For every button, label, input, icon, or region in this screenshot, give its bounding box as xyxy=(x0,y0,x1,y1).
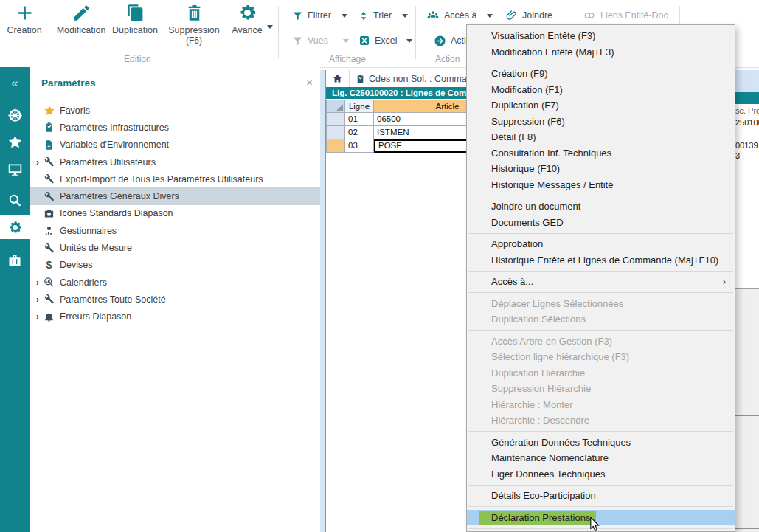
menu-item-hierarchie-monter: Hiérarchie : Monter xyxy=(467,397,735,413)
tree-item-erreurs-diapason[interactable]: › Erreurs Diapason xyxy=(30,308,320,325)
liens-entite-doc-label: Liens Entité-Doc xyxy=(600,10,668,21)
dollar-icon: $ xyxy=(43,259,55,272)
modification-label: Modification xyxy=(52,25,110,35)
rail-favorites-item[interactable] xyxy=(0,129,30,154)
excel-button[interactable]: Excel xyxy=(358,32,412,49)
toolbar-divider xyxy=(415,6,416,59)
menu-item-duplication[interactable]: Duplication (F7) xyxy=(467,97,735,114)
wrench-icon xyxy=(43,173,55,185)
ligne-cell[interactable]: 02 xyxy=(345,126,374,139)
pane-splitter[interactable] xyxy=(320,70,325,532)
collapse-panel-button[interactable]: « xyxy=(0,76,30,91)
menu-item-suppression[interactable]: Suppression (F6) xyxy=(467,114,735,130)
menu-item-hierarchie-descendre: Hiérarchie : Descendre xyxy=(467,412,735,429)
org-chart-icon xyxy=(426,10,440,21)
edition-group-label: Edition xyxy=(124,54,151,64)
wrench-icon xyxy=(43,156,55,168)
menu-item-modification[interactable]: Modification (F1) xyxy=(467,82,735,98)
menu-item-approbation[interactable]: Approbation xyxy=(467,236,735,252)
suppression-button[interactable]: Suppression (F6) xyxy=(165,3,223,46)
menu-separator xyxy=(467,429,735,435)
star-icon xyxy=(7,134,23,150)
joindre-button[interactable]: Joindre xyxy=(506,7,552,24)
tree-item-devises[interactable]: $ Devises xyxy=(30,257,320,274)
tab-label: Cdes non Sol. : Comma xyxy=(369,74,467,84)
monitor-icon xyxy=(7,162,23,177)
trier-caret[interactable] xyxy=(402,14,408,18)
menu-item-figer-donnees-techniques[interactable]: Figer Données Techniques xyxy=(467,466,735,483)
acces-a-button[interactable]: Accès à xyxy=(426,7,493,24)
acces-a-caret[interactable] xyxy=(487,14,493,18)
trier-label: Trier xyxy=(373,10,392,21)
tab-cdes-non-sol[interactable]: Cdes non Sol. : Comma xyxy=(350,70,473,87)
tree-item-parametres-utilisateurs[interactable]: › Paramètres Utilisateurs xyxy=(30,153,320,170)
copy-icon xyxy=(125,3,145,23)
menu-item-consultation-inf-techniques[interactable]: Consultation Inf. Techniques xyxy=(467,145,735,162)
duplication-button[interactable]: Duplication xyxy=(106,3,164,35)
home-icon xyxy=(332,73,343,84)
gear-icon xyxy=(7,220,23,235)
ligne-cell[interactable]: 03 xyxy=(345,139,374,153)
row-selector[interactable] xyxy=(326,113,345,126)
menu-item-historique-entete-lignes[interactable]: Historique Entête et Lignes de Commande … xyxy=(467,252,735,269)
menu-item-creation[interactable]: Création (F9) xyxy=(467,66,735,82)
menu-item-duplication-hierarchie: Duplication Hiérarchie xyxy=(467,365,735,381)
rail-briefcase-item[interactable] xyxy=(0,248,30,273)
briefcase-icon xyxy=(7,253,22,268)
tree-item-parametres-toute-societe[interactable]: › Paramètres Toute Société xyxy=(30,291,320,308)
camera-icon xyxy=(43,207,55,220)
rail-monitor-item[interactable] xyxy=(0,156,30,182)
row-selector[interactable] xyxy=(326,126,345,139)
avance-dropdown-caret[interactable] xyxy=(267,25,273,29)
menu-item-details-eco-participation[interactable]: Détails Eco-Participation xyxy=(467,488,735,504)
home-tab[interactable] xyxy=(326,70,350,87)
menu-item-maintenance-nomenclature[interactable]: Maintenance Nomenclature xyxy=(467,450,735,466)
rail-wheel-item[interactable] xyxy=(0,103,30,128)
expander-chevron-icon[interactable]: › xyxy=(32,311,43,322)
menu-item-detail[interactable]: Détail (F8) xyxy=(467,129,735,145)
tree-item-calendriers[interactable]: › Calendriers xyxy=(30,274,320,291)
menu-item-visualisation-entete[interactable]: Visualisation Entête (F3) xyxy=(467,28,735,44)
menu-item-historique[interactable]: Historique (F10) xyxy=(467,161,735,177)
column-header-ligne[interactable]: Ligne xyxy=(345,100,374,113)
menu-item-documents-ged[interactable]: Documents GED xyxy=(467,215,735,231)
filtrer-button[interactable]: Filtrer xyxy=(292,7,347,24)
close-icon[interactable]: × xyxy=(306,76,313,89)
trier-button[interactable]: Trier xyxy=(358,7,408,24)
avance-button[interactable]: Avancé xyxy=(218,3,276,35)
row-selector-current[interactable] xyxy=(326,139,345,153)
menu-item-generation-donnees-techniques[interactable]: Génération Données Techniques xyxy=(467,435,735,451)
expander-chevron-icon[interactable]: › xyxy=(32,277,43,288)
vues-label: Vues xyxy=(308,35,328,46)
tree-item-favoris[interactable]: Favoris xyxy=(30,102,320,119)
ligne-cell[interactable]: 01 xyxy=(345,113,374,126)
tree-item-parametres-generaux-divers-selected[interactable]: Paramètres Généraux Divers xyxy=(30,187,320,204)
filtrer-caret[interactable] xyxy=(342,14,347,18)
expander-chevron-icon[interactable]: › xyxy=(32,157,43,167)
menu-item-acces-a[interactable]: Accès à...› xyxy=(467,274,735,290)
tree-item-icones-standards-diapason[interactable]: Icônes Standards Diapason xyxy=(30,205,320,222)
tree-item-variables-environnement[interactable]: Variables d'Environnement xyxy=(30,137,320,153)
select-all-corner-cell[interactable] xyxy=(326,100,345,113)
toolbar-divider xyxy=(278,6,279,59)
trash-icon xyxy=(184,3,204,23)
application-window: Création Modification Duplication Suppre… xyxy=(0,0,759,532)
tree-item-unites-de-mesure[interactable]: Unités de Mesure xyxy=(30,239,320,256)
tree-item-export-import[interactable]: Export-Import de Tous les Paramètres Uti… xyxy=(30,170,320,187)
clipboard-icon xyxy=(356,74,365,83)
menu-item-historique-messages-entite[interactable]: Historique Messages / Entité xyxy=(467,177,735,193)
modification-button[interactable]: Modification xyxy=(52,3,110,35)
menu-item-joindre-un-document[interactable]: Joindre un document xyxy=(467,198,735,215)
vues-button-disabled: Vues xyxy=(292,32,349,49)
menu-item-modification-entete[interactable]: Modification Entête (Maj+F3) xyxy=(467,44,735,61)
acces-a-label: Accès à xyxy=(444,10,476,21)
tree-item-parametres-infrastructures[interactable]: Paramètres Infrastructures xyxy=(30,119,320,136)
creation-button[interactable]: Création xyxy=(0,3,53,35)
menu-item-selection-ligne-hierarchique: Sélection ligne hiérarchique (F3) xyxy=(467,349,735,365)
excel-caret[interactable] xyxy=(406,39,412,43)
expander-chevron-icon[interactable]: › xyxy=(32,294,43,305)
rail-search-item[interactable] xyxy=(0,187,30,213)
tree-item-gestionnaires[interactable]: Gestionnaires xyxy=(30,222,320,239)
clipped-value: 250100 xyxy=(735,118,759,127)
rail-settings-item-active[interactable] xyxy=(0,215,30,239)
